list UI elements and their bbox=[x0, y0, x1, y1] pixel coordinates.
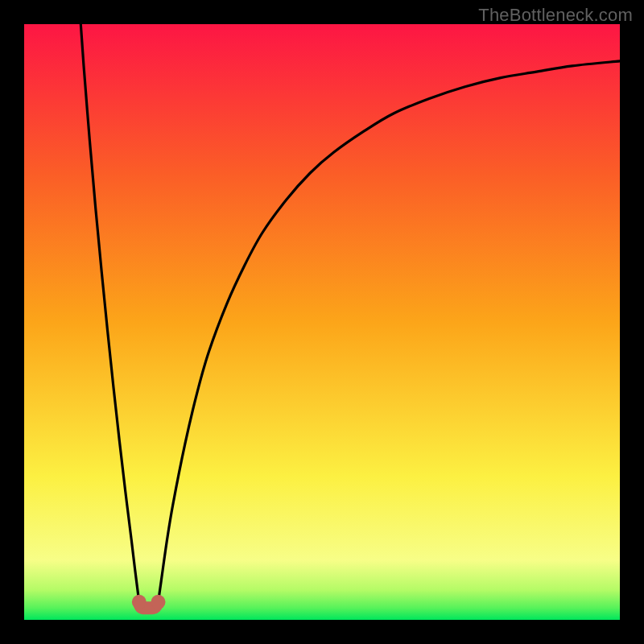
svg-rect-0 bbox=[24, 24, 620, 620]
plot-area bbox=[24, 24, 620, 620]
watermark-text: TheBottleneck.com bbox=[478, 5, 633, 26]
svg-point-2 bbox=[151, 595, 166, 609]
chart-svg bbox=[24, 24, 620, 620]
svg-point-1 bbox=[132, 595, 147, 609]
chart-frame: TheBottleneck.com bbox=[0, 0, 644, 644]
